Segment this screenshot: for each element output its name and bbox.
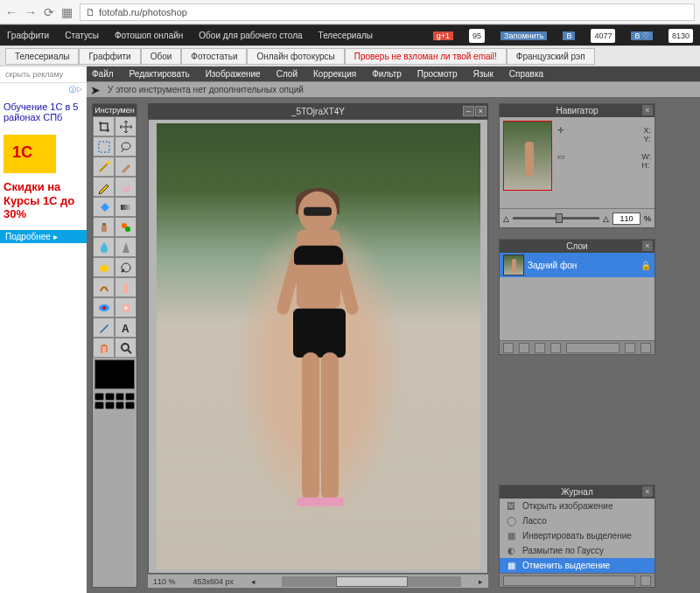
layers-btn4[interactable] <box>550 343 561 353</box>
tab-series[interactable]: Телесериалы <box>5 48 79 65</box>
zoom-tool[interactable] <box>115 338 136 358</box>
document-titlebar[interactable]: _5TOjraXT4Y – × <box>148 103 488 119</box>
reload-button[interactable]: ⟳ <box>44 5 54 19</box>
tab-wallpapers[interactable]: Обои <box>141 48 182 65</box>
back-button[interactable]: ← <box>5 5 18 19</box>
menu-layer[interactable]: Слой <box>276 69 298 79</box>
new-layer-button[interactable] <box>625 343 635 353</box>
remember-button[interactable]: Запомнить <box>500 31 547 40</box>
tab-email-warn[interactable]: Проверь не взломан ли твой email! <box>345 48 507 65</box>
zoom-in-icon[interactable]: △ <box>603 214 609 223</box>
tab-photostories[interactable]: Фотостатьи <box>181 48 247 65</box>
svg-point-2 <box>107 161 110 164</box>
history-row[interactable]: ▦Отменить выделение <box>500 558 654 573</box>
history-row[interactable]: ◐Размытие по Гауссу <box>500 543 654 558</box>
draw-tool[interactable] <box>93 317 115 338</box>
menu-edit[interactable]: Редактировать <box>130 69 190 79</box>
url-bar[interactable]: 🗋 fotofab.ru/photoshop <box>80 3 695 21</box>
forward-button[interactable]: → <box>24 5 37 19</box>
crop-tool[interactable] <box>93 116 115 136</box>
ad-body: Скидки на Курсы 1С до 30% <box>0 180 87 221</box>
hide-ad-link[interactable]: скрыть рекламу <box>0 66 87 83</box>
tab-rap[interactable]: Французский рэп <box>507 48 595 65</box>
blur-tool[interactable] <box>93 237 115 257</box>
zoom-out-icon[interactable]: △ <box>503 214 509 223</box>
marquee-tool[interactable] <box>93 136 115 157</box>
menu-help[interactable]: Справка <box>509 69 543 79</box>
delete-layer-button[interactable] <box>640 343 651 353</box>
hand-tool[interactable] <box>93 338 115 358</box>
layers-btn2[interactable] <box>519 343 529 353</box>
dodge-tool[interactable] <box>115 257 136 277</box>
vk-badge2[interactable]: В ♡ <box>631 31 653 40</box>
wand-tool[interactable] <box>93 157 115 177</box>
swatch-presets[interactable] <box>94 393 135 409</box>
move-tool[interactable] <box>115 116 136 136</box>
close-button[interactable]: × <box>475 106 486 116</box>
navigator-thumbnail[interactable] <box>503 121 552 191</box>
zoom-slider[interactable] <box>513 217 599 220</box>
ad-logo[interactable] <box>4 135 56 173</box>
gplus-count: 95 <box>469 29 485 43</box>
layer-row[interactable]: Задний фон 🔒 <box>500 253 654 277</box>
menu-adjust[interactable]: Коррекция <box>313 69 356 79</box>
invert-icon: ▦ <box>505 531 517 541</box>
redeye-tool[interactable] <box>93 297 115 317</box>
canvas[interactable] <box>148 119 488 574</box>
eraser-tool[interactable] <box>115 177 136 197</box>
menu-file[interactable]: Файл <box>92 69 114 79</box>
replace-color-tool[interactable] <box>115 217 136 237</box>
heal-tool[interactable] <box>115 297 136 317</box>
menu-image[interactable]: Изображение <box>206 69 261 79</box>
lasso-tool[interactable] <box>115 136 136 157</box>
menu-view[interactable]: Просмотр <box>417 69 458 79</box>
sponge-tool[interactable] <box>93 257 115 277</box>
svg-point-9 <box>100 265 108 272</box>
history-row[interactable]: ◯Лассо <box>500 513 654 528</box>
gplus-badge[interactable]: g+1 <box>433 31 453 40</box>
pencil-tool[interactable] <box>93 177 115 197</box>
history-row[interactable]: ▦Инвертировать выделение <box>500 528 654 543</box>
menu-filter[interactable]: Фильтр <box>372 69 402 79</box>
tab-courses[interactable]: Онлайн фотокурсы <box>247 48 344 65</box>
clone-tool[interactable] <box>93 217 115 237</box>
tab-graffiti[interactable]: Граффити <box>79 48 140 65</box>
nav-series[interactable]: Телесериалы <box>318 31 373 40</box>
apps-button[interactable]: ▦ <box>61 5 73 19</box>
adchoices-icon[interactable]: ⓘ▷ <box>0 83 87 96</box>
zoom-value[interactable]: 110 <box>612 213 640 225</box>
vk-count2: 8130 <box>668 29 693 43</box>
nav-graffiti[interactable]: Граффити <box>7 31 49 40</box>
layers-btn1[interactable] <box>503 343 514 353</box>
svg-point-8 <box>125 227 130 232</box>
layers-close[interactable]: × <box>642 241 653 251</box>
smudge-tool[interactable] <box>93 277 115 297</box>
document-window: _5TOjraXT4Y – × <box>148 103 488 588</box>
layer-name: Задний фон <box>528 261 577 270</box>
history-close[interactable]: × <box>642 486 653 497</box>
ad-headline[interactable]: Обучение 1С в 5 районах СПб <box>0 96 87 128</box>
sharpen-tool[interactable] <box>115 237 136 257</box>
lock-icon[interactable]: 🔒 <box>640 261 651 270</box>
history-delete-button[interactable] <box>640 576 651 586</box>
nav-statuses[interactable]: Статусы <box>65 31 99 40</box>
brush-tool[interactable] <box>115 157 136 177</box>
gradient-tool[interactable] <box>115 197 136 217</box>
vk-badge[interactable]: В <box>563 31 575 40</box>
nav-photoshop[interactable]: Фотошоп онлайн <box>115 31 183 40</box>
nav-wallpapers[interactable]: Обои для рабочего стола <box>199 31 302 40</box>
menu-lang[interactable]: Язык <box>472 69 493 79</box>
ad-cta-button[interactable]: Подробнее ▸ <box>0 230 87 243</box>
bucket-tool[interactable] <box>93 197 115 217</box>
history-row[interactable]: 🖼Открыть изображение <box>500 499 654 513</box>
scroll-right-button[interactable]: ▸ <box>479 577 483 586</box>
url-text: fotofab.ru/photoshop <box>99 7 187 17</box>
h-scrollbar[interactable] <box>282 576 461 587</box>
navigator-close[interactable]: × <box>642 105 653 115</box>
layers-btn3[interactable] <box>535 343 545 353</box>
finger-tool[interactable] <box>115 277 136 297</box>
type-tool[interactable]: A <box>115 317 136 338</box>
scroll-left-button[interactable]: ◂ <box>251 577 256 586</box>
minimize-button[interactable]: – <box>463 106 474 116</box>
foreground-color[interactable] <box>94 359 135 389</box>
